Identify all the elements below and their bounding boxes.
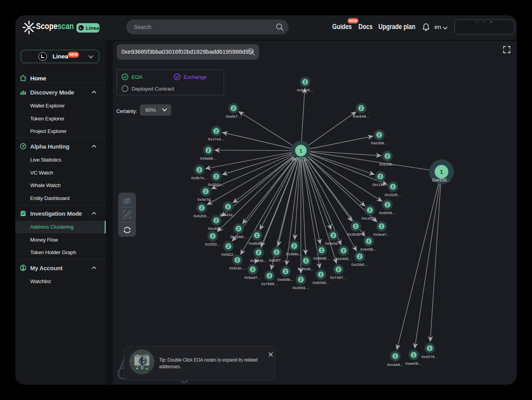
svg-text:0x62b5...: 0x62b5... xyxy=(194,214,210,218)
svg-text:0x5076...: 0x5076... xyxy=(291,156,310,161)
svg-text:2: 2 xyxy=(380,224,383,229)
svg-text:2: 2 xyxy=(386,154,389,158)
svg-text:2: 2 xyxy=(284,269,287,274)
svg-text:0x530b...: 0x530b... xyxy=(379,162,396,166)
svg-text:2: 2 xyxy=(337,267,340,272)
svg-text:0xae0b...: 0xae0b... xyxy=(405,361,422,365)
svg-text:0x6432...: 0x6432... xyxy=(220,213,236,217)
svg-text:2: 2 xyxy=(332,233,335,238)
svg-text:2: 2 xyxy=(369,208,371,213)
svg-text:2: 2 xyxy=(300,277,302,282)
svg-text:1: 1 xyxy=(299,148,302,154)
svg-text:0x17e4...: 0x17e4... xyxy=(208,137,224,141)
svg-text:2: 2 xyxy=(257,250,260,255)
svg-text:2: 2 xyxy=(207,148,210,153)
svg-text:0x2469...: 0x2469... xyxy=(335,256,352,261)
svg-text:0x3e5e...: 0x3e5e... xyxy=(325,241,342,245)
svg-text:2: 2 xyxy=(256,233,258,238)
svg-text:2: 2 xyxy=(204,189,207,194)
svg-text:2: 2 xyxy=(268,273,271,278)
svg-text:0xeb8b...: 0xeb8b... xyxy=(277,277,294,282)
svg-text:2: 2 xyxy=(378,133,380,137)
svg-text:0x2390...: 0x2390... xyxy=(351,262,368,267)
svg-text:2: 2 xyxy=(305,258,307,263)
svg-text:2: 2 xyxy=(320,248,323,253)
svg-text:0x6006...: 0x6006... xyxy=(379,211,396,215)
svg-text:0x2691...: 0x2691... xyxy=(293,285,309,290)
svg-text:0xe948...: 0xe948... xyxy=(353,114,369,118)
svg-text:2: 2 xyxy=(293,244,295,248)
svg-text:0xfd22..: 0xfd22.. xyxy=(221,252,235,256)
svg-text:0x4e7d...: 0x4e7d... xyxy=(197,197,214,202)
svg-text:0xafa7...: 0xafa7... xyxy=(226,114,241,118)
svg-text:0xcd15...: 0xcd15... xyxy=(362,216,378,220)
svg-text:2: 2 xyxy=(232,106,235,111)
svg-text:2: 2 xyxy=(367,239,370,244)
svg-text:2: 2 xyxy=(360,106,362,111)
svg-text:2: 2 xyxy=(227,244,230,249)
svg-text:0xe936...: 0xe936... xyxy=(432,178,451,182)
svg-text:0x0b7e...: 0x0b7e... xyxy=(191,176,208,180)
svg-text:0x5abb...: 0x5abb... xyxy=(200,156,217,160)
svg-text:2: 2 xyxy=(227,204,229,209)
svg-text:2: 2 xyxy=(201,205,203,210)
svg-text:0x398c...: 0x398c... xyxy=(286,252,302,256)
svg-text:2: 2 xyxy=(392,184,394,189)
svg-text:0x3379...: 0x3379... xyxy=(422,355,438,359)
svg-text:0x2051...: 0x2051... xyxy=(208,182,224,187)
svg-text:2: 2 xyxy=(237,226,240,231)
svg-text:0xcd48...: 0xcd48... xyxy=(208,226,224,231)
svg-text:2: 2 xyxy=(215,129,217,133)
svg-text:0x25f2...: 0x25f2... xyxy=(205,242,220,246)
svg-text:2: 2 xyxy=(212,234,214,238)
svg-text:1: 1 xyxy=(440,168,443,175)
svg-text:2: 2 xyxy=(358,254,361,259)
svg-text:2: 2 xyxy=(236,258,239,262)
svg-text:0x7988...: 0x7988... xyxy=(261,282,278,286)
svg-text:2: 2 xyxy=(252,267,254,272)
svg-text:0xcae8...: 0xcae8... xyxy=(387,362,403,367)
svg-text:0x645b...: 0x645b... xyxy=(360,247,377,251)
svg-text:2: 2 xyxy=(275,250,278,255)
svg-text:2: 2 xyxy=(355,224,357,229)
svg-text:0xd6d6...: 0xd6d6... xyxy=(249,241,265,245)
svg-text:1: 1 xyxy=(429,346,431,351)
svg-text:0x360b...: 0x360b... xyxy=(347,232,364,236)
svg-text:1: 1 xyxy=(394,354,396,358)
svg-text:0x5ad7...: 0x5ad7... xyxy=(244,275,261,280)
svg-text:1: 1 xyxy=(413,353,415,357)
svg-text:0x5a05...: 0x5a05... xyxy=(297,88,313,92)
svg-text:0x7487...: 0x7487... xyxy=(330,275,347,280)
svg-text:2: 2 xyxy=(198,167,201,172)
svg-text:2: 2 xyxy=(215,218,217,223)
svg-text:0x764b...: 0x764b... xyxy=(298,267,314,271)
svg-text:2: 2 xyxy=(379,174,382,179)
svg-text:0xb5f7...: 0xb5f7... xyxy=(269,258,284,262)
svg-text:2: 2 xyxy=(320,272,322,277)
svg-text:2: 2 xyxy=(215,174,217,179)
svg-text:0x1525...: 0x1525... xyxy=(385,193,401,197)
svg-text:2: 2 xyxy=(304,80,306,84)
svg-text:0x826d...: 0x826d... xyxy=(313,280,329,285)
svg-text:0xe399...: 0xe399... xyxy=(371,141,387,145)
svg-text:2: 2 xyxy=(386,202,389,207)
svg-text:0x5cbc...: 0x5cbc... xyxy=(230,266,246,270)
svg-text:0x4d39...: 0x4d39... xyxy=(250,258,267,263)
svg-text:0x3ea7...: 0x3ea7... xyxy=(373,232,390,236)
svg-text:0xce8d...: 0xce8d... xyxy=(230,235,246,239)
svg-text:0xc116...: 0xc116... xyxy=(373,182,389,187)
svg-text:2: 2 xyxy=(342,248,345,253)
svg-text:0xd8d9...: 0xd8d9... xyxy=(313,256,330,260)
